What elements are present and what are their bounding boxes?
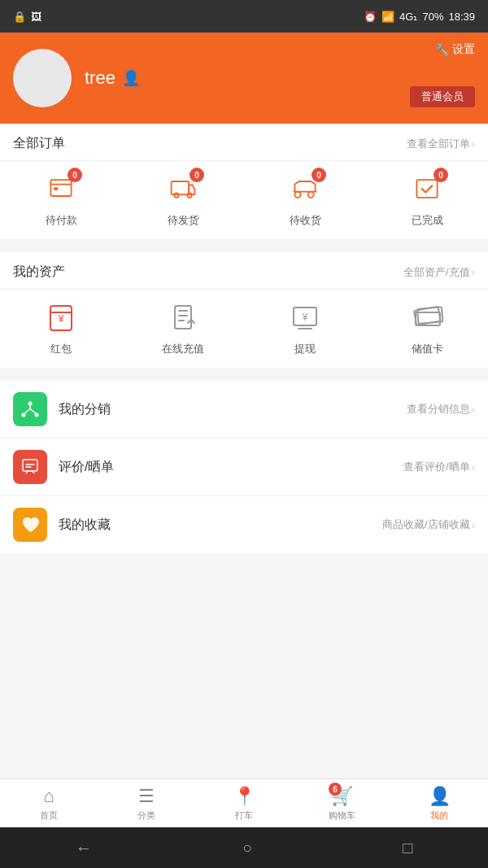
pending-ship-badge: 0 xyxy=(190,168,204,182)
order-completed[interactable]: 0 已完成 xyxy=(366,171,488,228)
nav-home-label: 首页 xyxy=(40,809,58,822)
status-right: ⏰ 📶 4G₁ 70% 18:39 xyxy=(364,11,475,23)
nav-mine[interactable]: 👤 我的 xyxy=(390,779,488,827)
nav-taxi[interactable]: 📍 打车 xyxy=(195,779,293,827)
alarm-icon: ⏰ xyxy=(364,11,377,23)
order-pending-ship[interactable]: 0 待发货 xyxy=(122,171,244,228)
pending-ship-label: 待发货 xyxy=(168,213,199,228)
redpacket-icon-wrap: ¥ xyxy=(43,299,79,335)
review-item[interactable]: 评价/晒单 查看评价/晒单 › xyxy=(0,438,488,496)
distribution-link: 查看分销信息 › xyxy=(407,402,475,417)
settings-button[interactable]: 🔧 设置 xyxy=(435,42,475,57)
review-link: 查看评价/晒单 › xyxy=(403,460,475,474)
favorites-link-label: 商品收藏/店铺收藏 xyxy=(382,517,470,532)
withdraw-label: 提现 xyxy=(294,342,316,356)
assets-icons-row: ¥ 红包 在线充值 ¥ xyxy=(0,290,488,368)
recharge-label: 在线充值 xyxy=(162,342,204,356)
withdraw-icon: ¥ xyxy=(289,301,321,334)
assets-section: 我的资产 全部资产/充值 › ¥ 红包 xyxy=(0,252,488,368)
user-icon: 👤 xyxy=(122,69,140,87)
svg-point-6 xyxy=(308,192,314,198)
android-nav-bar: ← ○ □ xyxy=(0,827,488,868)
nav-home[interactable]: ⌂ 首页 xyxy=(0,779,98,827)
distribution-title: 我的分销 xyxy=(59,401,407,418)
svg-point-17 xyxy=(22,413,26,417)
svg-text:¥: ¥ xyxy=(58,313,64,325)
nav-cart-label: 购物车 xyxy=(329,809,355,822)
battery-label: 70% xyxy=(422,11,443,23)
completed-badge: 0 xyxy=(434,168,448,182)
status-bar: 🔒 🖼 ⏰ 📶 4G₁ 70% 18:39 xyxy=(0,0,488,33)
review-link-label: 查看评价/晒单 xyxy=(403,460,470,474)
svg-point-3 xyxy=(174,193,178,197)
redpacket-label: 红包 xyxy=(50,342,72,356)
view-all-assets[interactable]: 全部资产/充值 › xyxy=(403,265,475,280)
order-pending-receive[interactable]: 0 待收货 xyxy=(244,171,366,228)
status-left: 🔒 🖼 xyxy=(13,11,41,23)
order-icons-row: 0 待付款 0 待发货 xyxy=(0,161,488,239)
svg-rect-10 xyxy=(175,306,191,329)
nav-mine-label: 我的 xyxy=(430,809,448,822)
svg-rect-1 xyxy=(54,187,58,190)
store-card-icon xyxy=(411,301,443,334)
svg-point-4 xyxy=(187,193,191,197)
pending-receive-icon-wrap: 0 xyxy=(287,171,323,207)
back-button[interactable]: ← xyxy=(76,839,92,857)
network-label: 4G₁ xyxy=(399,11,417,23)
view-all-orders[interactable]: 查看全部订单 › xyxy=(407,137,475,151)
completed-icon-wrap: 0 xyxy=(409,171,445,207)
order-pending-payment[interactable]: 0 待付款 xyxy=(0,171,122,228)
distribution-item[interactable]: 我的分销 查看分销信息 › xyxy=(0,381,488,438)
cart-badge: 6 xyxy=(329,783,342,796)
category-icon: ☰ xyxy=(138,786,155,807)
mine-icon: 👤 xyxy=(429,786,451,807)
favorites-icon xyxy=(13,508,47,542)
nav-taxi-label: 打车 xyxy=(235,809,253,822)
wrench-icon: 🔧 xyxy=(435,43,449,56)
recents-button[interactable]: □ xyxy=(403,839,412,857)
svg-point-5 xyxy=(294,192,300,198)
store-card-label: 储值卡 xyxy=(412,342,443,356)
asset-recharge[interactable]: 在线充值 xyxy=(122,299,244,356)
nav-category[interactable]: ☰ 分类 xyxy=(98,779,195,827)
asset-redpacket[interactable]: ¥ 红包 xyxy=(0,299,122,356)
pending-payment-label: 待付款 xyxy=(46,213,77,228)
svg-rect-19 xyxy=(23,460,37,471)
svg-text:¥: ¥ xyxy=(301,311,308,323)
home-icon: ⌂ xyxy=(43,786,54,807)
store-card-icon-wrap xyxy=(409,299,445,335)
nav-cart[interactable]: 🛒 6 购物车 xyxy=(293,779,390,827)
wifi-icon: 📶 xyxy=(381,11,394,23)
list-section: 我的分销 查看分销信息 › 评价/晒单 查看评价/晒单 › 我的收藏 商品收藏 xyxy=(0,381,488,553)
member-badge[interactable]: 普通会员 xyxy=(410,86,475,107)
redpacket-icon: ¥ xyxy=(45,301,77,334)
orders-section: 全部订单 查看全部订单 › 0 待付款 xyxy=(0,124,488,239)
asset-store-card[interactable]: 储值卡 xyxy=(366,299,488,356)
home-button[interactable]: ○ xyxy=(242,839,252,857)
profile-row: tree 👤 xyxy=(13,49,475,107)
pending-ship-icon-wrap: 0 xyxy=(165,171,201,207)
chevron-right-icon: › xyxy=(472,137,475,150)
svg-rect-7 xyxy=(416,180,437,198)
orders-header: 全部订单 查看全部订单 › xyxy=(0,124,488,161)
time-label: 18:39 xyxy=(448,11,475,23)
recharge-icon-wrap xyxy=(165,299,201,335)
assets-header: 我的资产 全部资产/充值 › xyxy=(0,252,488,290)
favorites-title: 我的收藏 xyxy=(59,517,382,534)
recharge-icon xyxy=(167,301,199,334)
avatar[interactable] xyxy=(13,49,72,107)
pending-payment-icon-wrap: 0 xyxy=(43,171,79,207)
completed-label: 已完成 xyxy=(412,213,443,228)
nav-category-label: 分类 xyxy=(137,809,155,822)
favorites-item[interactable]: 我的收藏 商品收藏/店铺收藏 › xyxy=(0,496,488,553)
distribution-icon xyxy=(13,392,47,426)
pending-receive-label: 待收货 xyxy=(290,213,321,228)
review-icon xyxy=(13,450,47,484)
lock-icon: 🔒 xyxy=(13,11,26,23)
view-all-assets-label: 全部资产/充值 xyxy=(403,265,470,280)
svg-rect-2 xyxy=(172,181,190,194)
settings-label: 设置 xyxy=(452,42,475,57)
assets-title: 我的资产 xyxy=(13,264,65,281)
asset-withdraw[interactable]: ¥ 提现 xyxy=(244,299,366,356)
svg-point-18 xyxy=(35,413,39,417)
